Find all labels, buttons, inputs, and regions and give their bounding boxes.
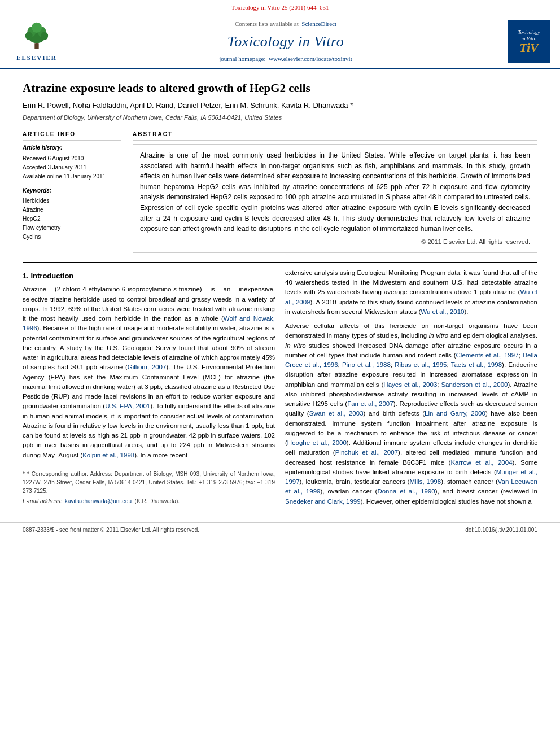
article-info-header: ARTICLE INFO — [23, 130, 121, 141]
available-date: Available online 11 January 2011 — [23, 172, 121, 181]
header-center: Contents lists available at ScienceDirec… — [73, 20, 498, 64]
elsevier-logo: ELSEVIER — [16, 20, 57, 63]
tiv-logo-box: Toxicologyin Vitro TiV — [508, 20, 550, 63]
intro-paragraph-3: Adverse cellular affects of this herbici… — [285, 321, 537, 506]
article-history-label: Article history: — [23, 144, 121, 152]
sciencedirect-line: Contents lists available at ScienceDirec… — [235, 20, 336, 29]
doi-text: doi:10.1016/j.tiv.2011.01.001 — [465, 526, 537, 535]
footnote-email-link[interactable]: kavita.dhanwada@uni.edu — [65, 498, 132, 504]
top-bar: Toxicology in Vitro 25 (2011) 644–651 — [0, 0, 560, 15]
ref-epa[interactable]: U.S. EPA, 2001 — [105, 403, 150, 409]
abstract-box: Atrazine is one of the most commonly use… — [133, 144, 537, 253]
article-authors: Erin R. Powell, Noha Faldladdin, April D… — [23, 101, 537, 111]
ref-hayes[interactable]: Hayes et al., 2003 — [383, 381, 437, 388]
keyword-1: Herbicides — [23, 196, 121, 206]
page-wrapper: Toxicology in Vitro 25 (2011) 644–651 — [0, 0, 560, 538]
copyright-line: © 2011 Elsevier Ltd. All rights reserved… — [140, 238, 530, 247]
homepage-url[interactable]: www.elsevier.com/locate/toxinvit — [269, 55, 352, 62]
footnote-corresponding: * * Corresponding author. Address: Depar… — [23, 470, 275, 495]
elsevier-tree-icon — [20, 20, 54, 51]
footnote-email: E-mail address: kavita.dhanwada@uni.edu … — [23, 497, 275, 505]
sciencedirect-prefix: Contents lists available at — [235, 20, 299, 27]
ref-gilliom[interactable]: Gilliom, 2007 — [128, 364, 167, 370]
keyword-3: HepG2 — [23, 215, 121, 224]
ref-clements[interactable]: Clements et al., 1997 — [456, 352, 519, 359]
main-body-section: 1. Introduction Atrazine (2-chloro-4-eth… — [23, 268, 537, 511]
footnote-corresponding-text: * Corresponding author. Address: Departm… — [23, 471, 275, 494]
ref-snedeker[interactable]: Snedeker and Clark, 1999 — [285, 498, 361, 505]
ref-fan[interactable]: Fan et al., 2007 — [347, 400, 393, 407]
tiv-logo-top-text: Toxicologyin Vitro — [518, 29, 540, 42]
bottom-bar: 0887-2333/$ - see front matter © 2011 El… — [0, 522, 560, 538]
abstract-header: ABSTRACT — [133, 130, 537, 141]
ref-wolf-nowak[interactable]: Wolf and Nowak, 1996 — [23, 315, 275, 331]
ref-hooghe[interactable]: Hooghe et al., 2000 — [287, 439, 347, 446]
ref-wu-2010[interactable]: Wu et al., 2010 — [421, 308, 464, 315]
elsevier-label: ELSEVIER — [16, 54, 57, 63]
tiv-logo-abbr: TiV — [519, 42, 538, 54]
homepage-label: journal homepage: — [219, 55, 265, 62]
journal-homepage: journal homepage: www.elsevier.com/locat… — [219, 55, 352, 64]
issn-text: 0887-2333/$ - see front matter © 2011 El… — [23, 526, 199, 535]
article-info-col: ARTICLE INFO Article history: Received 6… — [23, 130, 121, 253]
article-history-block: Article history: Received 6 August 2010 … — [23, 144, 121, 181]
ref-karrow[interactable]: Karrow et al., 2004 — [450, 459, 512, 466]
keyword-2: Atrazine — [23, 206, 121, 215]
authors-text: Erin R. Powell, Noha Faldladdin, April D… — [23, 101, 353, 110]
intro-paragraph-1: Atrazine (2-chloro-4-ethylamino-6-isopro… — [23, 285, 275, 460]
abstract-text: Atrazine is one of the most commonly use… — [140, 150, 530, 234]
svg-point-6 — [25, 32, 33, 40]
ref-lin-garry[interactable]: Lin and Garry, 2000 — [425, 410, 485, 417]
sciencedirect-link[interactable]: ScienceDirect — [301, 20, 336, 27]
header-logo-right: Toxicologyin Vitro TiV — [504, 20, 554, 64]
keyword-5: Cyclins — [23, 233, 121, 242]
received-date: Received 6 August 2010 — [23, 154, 121, 163]
svg-point-7 — [41, 32, 48, 40]
main-col-left: 1. Introduction Atrazine (2-chloro-4-eth… — [23, 268, 275, 511]
keywords-content: Herbicides Atrazine HepG2 Flow cytometry… — [23, 196, 121, 242]
abstract-col: ABSTRACT Atrazine is one of the most com… — [133, 130, 537, 253]
ref-kolpin[interactable]: Kolpin et al., 1998 — [82, 452, 134, 458]
citation-text: Toxicology in Vitro 25 (2011) 644–651 — [231, 4, 329, 11]
ref-mills[interactable]: Mills, 1998 — [409, 478, 441, 485]
ref-ribas[interactable]: Ribas et al., 1995 — [395, 361, 447, 368]
article-info-abstract-section: ARTICLE INFO Article history: Received 6… — [23, 130, 537, 253]
article-content: Atrazine exposure leads to altered growt… — [0, 69, 560, 522]
keyword-4: Flow cytometry — [23, 224, 121, 233]
keywords-block: Keywords: Herbicides Atrazine HepG2 Flow… — [23, 187, 121, 242]
footnote-email-label: E-mail address: — [23, 498, 62, 504]
journal-title: Toxicology in Vitro — [228, 31, 344, 53]
header-logo-left: ELSEVIER — [6, 20, 68, 64]
ref-pino[interactable]: Pino et al., 1988 — [342, 361, 391, 368]
ref-swan[interactable]: Swan et al., 2003 — [309, 410, 364, 417]
accepted-date: Accepted 3 January 2011 — [23, 163, 121, 172]
footnote-email-suffix: (K.R. Dhanwada). — [135, 498, 180, 504]
ref-pinchuk[interactable]: Pinchuk et al., 2007 — [335, 449, 398, 456]
footnote-asterisk: * — [23, 471, 27, 477]
section-divider — [23, 262, 537, 263]
article-title: Atrazine exposure leads to altered growt… — [23, 81, 537, 96]
intro-paragraph-2: extensive analysis using Ecological Moni… — [285, 268, 537, 317]
article-history-content: Received 6 August 2010 Accepted 3 Januar… — [23, 154, 121, 181]
svg-point-5 — [32, 23, 42, 33]
ref-sanderson[interactable]: Sanderson et al., 2000 — [441, 381, 508, 388]
section-title-text: Introduction — [30, 272, 73, 280]
ref-taets[interactable]: Taets et al., 1998 — [451, 361, 502, 368]
introduction-title: 1. Introduction — [23, 270, 275, 282]
footnotes: * * Corresponding author. Address: Depar… — [23, 466, 275, 505]
main-col-right: extensive analysis using Ecological Moni… — [285, 268, 537, 511]
section-number: 1. — [23, 272, 29, 280]
article-affiliation: Department of Biology, University of Nor… — [23, 113, 537, 123]
ref-wu-2009[interactable]: Wu et al., 2009 — [285, 289, 537, 305]
header-area: ELSEVIER Contents lists available at Sci… — [0, 15, 560, 69]
keywords-label: Keywords: — [23, 187, 121, 195]
ref-donna[interactable]: Donna et al., 1990 — [377, 488, 435, 495]
